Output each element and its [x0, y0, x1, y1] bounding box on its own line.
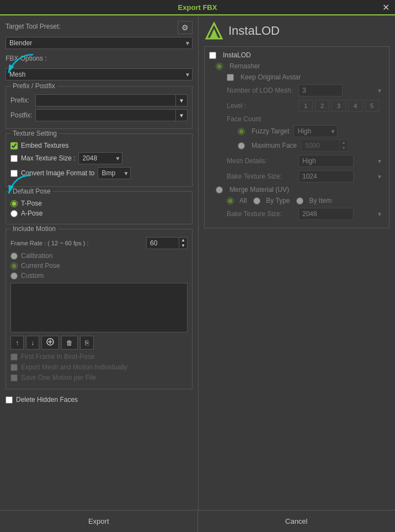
export-button[interactable]: Export: [0, 510, 198, 532]
bake-texture-size-2-arrow: ▼: [377, 211, 382, 217]
include-motion-group: Include Motion Frame Rate : ( 12 ~ 60 fp…: [6, 229, 193, 389]
mesh-details-select[interactable]: High Low Medium: [298, 155, 354, 167]
fuzzy-target-label: Fuzzy Target: [252, 127, 289, 135]
max-face-input[interactable]: [301, 139, 340, 152]
merge-material-radio[interactable]: [216, 186, 223, 194]
prefix-input[interactable]: [35, 94, 176, 106]
level-1-btn[interactable]: 1: [298, 100, 313, 112]
current-pose-label[interactable]: Current Pose: [10, 262, 60, 270]
remasher-row: Remasher: [216, 62, 385, 70]
fbx-options-select[interactable]: Mesh Animation All: [6, 68, 193, 80]
fbx-options-row: FBX Options :: [6, 55, 193, 65]
embed-textures-label[interactable]: Embed Textures: [10, 142, 69, 149]
export-mesh-motion-checkbox[interactable]: [10, 364, 18, 371]
bake-texture-size-2-select[interactable]: 2048 512 1024: [298, 208, 354, 220]
lod-mesh-arrow: ▼: [377, 88, 382, 94]
instalod-section: Remasher Keep Original Avstar Number of …: [209, 62, 385, 220]
framerate-label: Frame Rate : ( 12 ~ 60 fps ) :: [10, 240, 146, 246]
framerate-row: Frame Rate : ( 12 ~ 60 fps ) : ▲ ▼: [10, 237, 188, 249]
delete-hidden-faces-checkbox[interactable]: [6, 396, 13, 404]
convert-image-format-select[interactable]: Bmp PNG JPG TGA: [98, 167, 131, 179]
by-type-option[interactable]: By Type: [253, 197, 290, 205]
instalod-checkbox[interactable]: [209, 52, 216, 59]
lod-mesh-select[interactable]: 3 1 2 4 5: [298, 84, 343, 96]
t-pose-row: T-Pose: [10, 200, 188, 207]
default-pose-title: Default Pose: [10, 187, 53, 195]
keep-original-avatar-checkbox[interactable]: [227, 74, 234, 81]
custom-pose-radio[interactable]: [10, 272, 18, 280]
level-3-btn[interactable]: 3: [332, 100, 346, 112]
save-one-motion-label[interactable]: Save One Motion per File: [10, 374, 96, 381]
calibration-label[interactable]: Calibration: [10, 252, 52, 260]
a-pose-radio[interactable]: [10, 210, 18, 217]
fuzzy-target-radio[interactable]: [238, 128, 245, 135]
max-face-up[interactable]: ▲: [340, 140, 348, 146]
prefix-dropdown-btn[interactable]: ▼: [176, 94, 188, 106]
calibration-row: Calibration: [10, 252, 188, 260]
target-tool-preset-select[interactable]: Blender Unity Unreal: [6, 37, 193, 49]
level-label: Level :: [227, 102, 298, 110]
convert-image-format-checkbox[interactable]: [10, 170, 18, 177]
custom-pose-label[interactable]: Custom: [10, 272, 44, 280]
level-2-btn[interactable]: 2: [315, 100, 329, 112]
level-5-btn[interactable]: 5: [365, 100, 379, 112]
fuzzy-target-select[interactable]: High Low Medium: [293, 125, 338, 137]
by-item-option[interactable]: By Item: [296, 197, 332, 205]
current-pose-radio[interactable]: [10, 262, 18, 270]
first-frame-checkbox[interactable]: [10, 353, 18, 361]
embed-textures-text: Embed Textures: [21, 142, 69, 149]
prefix-row: Prefix: ▼: [10, 94, 188, 106]
bake-texture-size-2-row: Bake Texture Size: 2048 512 1024 ▼: [227, 208, 385, 220]
instalod-checkbox-row: InstaLOD: [209, 51, 385, 59]
first-frame-row: First Frame In Bind-Pose: [10, 353, 188, 361]
bake-texture-size-1-row: Bake Texture Size: 1024 512 2048 ▼: [227, 170, 385, 182]
fbx-options-label: FBX Options :: [6, 55, 47, 62]
max-texture-size-checkbox[interactable]: [10, 155, 18, 162]
bake-texture-size-1-arrow: ▼: [377, 174, 382, 180]
all-radio[interactable]: [227, 197, 234, 205]
merge-material-label: Merge Material (UV): [229, 186, 289, 194]
bottom-bar: Export Cancel: [0, 510, 395, 532]
postfix-dropdown-btn[interactable]: ▼: [176, 109, 188, 121]
max-face-down[interactable]: ▼: [340, 146, 348, 151]
embed-textures-checkbox[interactable]: [10, 142, 18, 149]
gear-button[interactable]: ⚙: [178, 21, 193, 34]
delete-hidden-faces-label[interactable]: Delete Hidden Faces: [6, 396, 78, 404]
framerate-up[interactable]: ▲: [179, 238, 187, 243]
t-pose-label[interactable]: T-Pose: [10, 200, 42, 207]
close-button[interactable]: ✕: [382, 2, 389, 13]
save-one-motion-row: Save One Motion per File: [10, 374, 188, 381]
target-tool-preset-row: Target Tool Preset: ⚙: [6, 21, 193, 34]
fuzzy-target-row: Fuzzy Target High Low Medium ▼: [238, 125, 385, 137]
remasher-radio[interactable]: [216, 63, 223, 70]
a-pose-label[interactable]: A-Pose: [10, 209, 42, 217]
export-mesh-motion-label[interactable]: Export Mesh and Motion Individually: [10, 363, 127, 371]
postfix-label: Postfix:: [10, 111, 35, 119]
framerate-input[interactable]: [146, 237, 179, 249]
prefix-label: Prefix:: [10, 96, 35, 104]
level-4-btn[interactable]: 4: [348, 100, 362, 112]
calibration-radio[interactable]: [10, 252, 18, 260]
postfix-input[interactable]: [35, 109, 176, 121]
by-type-radio[interactable]: [253, 197, 260, 205]
motion-up-button[interactable]: ↑: [10, 336, 24, 350]
motion-copy-button[interactable]: ⎘: [80, 336, 94, 350]
target-tool-preset-label: Target Tool Preset:: [6, 23, 61, 30]
all-option[interactable]: All: [227, 197, 247, 205]
lod-levels: 1 2 3 4 5: [298, 100, 379, 112]
save-one-motion-checkbox[interactable]: [10, 374, 18, 381]
motion-delete-button[interactable]: 🗑: [61, 336, 78, 350]
delete-hidden-faces-text: Delete Hidden Faces: [16, 396, 78, 404]
t-pose-radio[interactable]: [10, 200, 18, 207]
motion-import-button[interactable]: [41, 336, 59, 350]
bake-texture-size-1-select[interactable]: 1024 512 2048: [298, 170, 354, 182]
framerate-down[interactable]: ▼: [179, 243, 187, 249]
current-pose-text: Current Pose: [21, 262, 60, 270]
cancel-button[interactable]: Cancel: [198, 510, 396, 532]
first-frame-label[interactable]: First Frame In Bind-Pose: [10, 353, 94, 361]
max-texture-size-row: Max Texture Size : 2048 512 1024 4096 ▼: [10, 152, 188, 164]
by-item-radio[interactable]: [296, 197, 303, 205]
motion-down-button[interactable]: ↓: [26, 336, 39, 350]
max-texture-size-select[interactable]: 2048 512 1024 4096: [78, 152, 122, 164]
max-face-radio[interactable]: [238, 142, 245, 149]
